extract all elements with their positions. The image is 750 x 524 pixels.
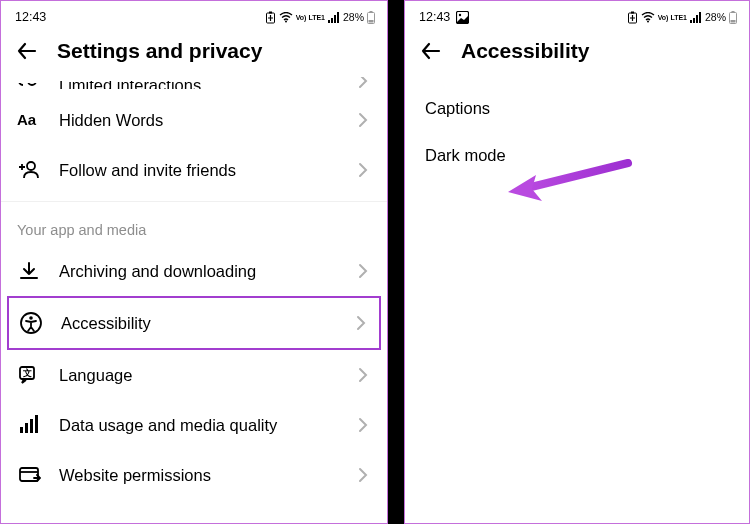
accessibility-item-dark-mode[interactable]: Dark mode bbox=[405, 132, 749, 179]
header-right: Accessibility bbox=[405, 29, 749, 77]
item-label: Dark mode bbox=[425, 146, 506, 164]
header-left: Settings and privacy bbox=[1, 29, 387, 77]
lte-label: Vo) LTE1 bbox=[296, 14, 325, 21]
settings-item-hidden-words[interactable]: Aa Hidden Words bbox=[1, 95, 387, 145]
svg-rect-9 bbox=[369, 20, 374, 23]
svg-rect-17 bbox=[20, 427, 23, 433]
follow-invite-icon bbox=[17, 158, 41, 182]
svg-rect-6 bbox=[337, 12, 339, 23]
settings-label: Website permissions bbox=[59, 466, 337, 485]
svg-point-10 bbox=[28, 83, 36, 85]
svg-text:Aa: Aa bbox=[17, 111, 37, 128]
settings-item-follow-invite[interactable]: Follow and invite friends bbox=[1, 145, 387, 195]
settings-item-archiving[interactable]: Archiving and downloading bbox=[1, 246, 387, 296]
svg-point-26 bbox=[647, 20, 649, 22]
battery-icon bbox=[729, 11, 737, 24]
accessibility-icon bbox=[19, 311, 43, 335]
website-permissions-icon bbox=[17, 463, 41, 487]
settings-label: Archiving and downloading bbox=[59, 262, 337, 281]
limited-icon bbox=[17, 79, 41, 89]
svg-text:文: 文 bbox=[22, 368, 32, 378]
svg-rect-27 bbox=[690, 20, 692, 23]
svg-point-12 bbox=[27, 162, 35, 170]
settings-item-website-permissions[interactable]: Website permissions bbox=[1, 450, 387, 500]
chevron-icon bbox=[353, 315, 369, 331]
svg-rect-3 bbox=[328, 20, 330, 23]
settings-label: Data usage and media quality bbox=[59, 416, 337, 435]
status-bar: 12:43 Vo) LTE1 28% bbox=[1, 1, 387, 29]
hidden-words-icon: Aa bbox=[17, 108, 41, 132]
svg-rect-20 bbox=[35, 415, 38, 433]
settings-label: Accessibility bbox=[61, 314, 335, 333]
back-icon[interactable] bbox=[419, 39, 443, 63]
svg-rect-5 bbox=[334, 15, 336, 23]
page-title: Accessibility bbox=[461, 39, 589, 63]
chevron-icon bbox=[355, 417, 371, 433]
settings-label: Hidden Words bbox=[59, 111, 337, 130]
divider bbox=[388, 0, 404, 524]
svg-rect-1 bbox=[269, 11, 272, 13]
svg-rect-8 bbox=[370, 11, 373, 13]
battery-pct: 28% bbox=[705, 11, 726, 23]
item-label: Captions bbox=[425, 99, 490, 117]
svg-rect-19 bbox=[30, 419, 33, 433]
settings-label: Follow and invite friends bbox=[59, 161, 337, 180]
status-icons: Vo) LTE1 28% bbox=[627, 11, 737, 24]
chevron-icon bbox=[355, 77, 371, 89]
svg-rect-4 bbox=[331, 18, 333, 23]
battery-icon bbox=[367, 11, 375, 24]
wifi-icon bbox=[641, 12, 655, 23]
section-label: Your app and media bbox=[1, 202, 387, 246]
svg-rect-28 bbox=[693, 18, 695, 23]
accessibility-item-captions[interactable]: Captions bbox=[405, 85, 749, 132]
chevron-icon bbox=[355, 112, 371, 128]
accessibility-list: Captions Dark mode bbox=[405, 77, 749, 187]
battery-saver-icon bbox=[627, 11, 638, 24]
chevron-icon bbox=[355, 263, 371, 279]
svg-point-2 bbox=[285, 20, 287, 22]
svg-rect-18 bbox=[25, 423, 28, 433]
settings-item-cutoff[interactable]: Limited interactions bbox=[1, 77, 387, 95]
signal-icon bbox=[690, 12, 702, 23]
archiving-icon bbox=[17, 259, 41, 283]
chevron-icon bbox=[355, 162, 371, 178]
status-icons: Vo) LTE1 28% bbox=[265, 11, 375, 24]
battery-pct: 28% bbox=[343, 11, 364, 23]
cutoff-label: Limited interactions bbox=[59, 81, 337, 89]
settings-item-accessibility[interactable]: Accessibility bbox=[7, 296, 381, 350]
settings-label: Language bbox=[59, 366, 337, 385]
lte-label: Vo) LTE1 bbox=[658, 14, 687, 21]
battery-saver-icon bbox=[265, 11, 276, 24]
svg-point-14 bbox=[29, 316, 33, 320]
svg-rect-25 bbox=[631, 11, 634, 13]
status-time: 12:43 bbox=[419, 10, 450, 24]
phone-left: 12:43 Vo) LTE1 28% Settings and privacy … bbox=[0, 0, 388, 524]
svg-rect-29 bbox=[696, 15, 698, 23]
phone-right: 12:43 Vo) LTE1 28% Accessibility Caption… bbox=[404, 0, 750, 524]
status-bar: 12:43 Vo) LTE1 28% bbox=[405, 1, 749, 29]
signal-icon bbox=[328, 12, 340, 23]
settings-item-language[interactable]: 文 Language bbox=[1, 350, 387, 400]
svg-rect-30 bbox=[699, 12, 701, 23]
page-title: Settings and privacy bbox=[57, 39, 262, 63]
chevron-icon bbox=[355, 467, 371, 483]
data-usage-icon bbox=[17, 413, 41, 437]
settings-item-data-usage[interactable]: Data usage and media quality bbox=[1, 400, 387, 450]
status-time: 12:43 bbox=[15, 10, 46, 24]
language-icon: 文 bbox=[17, 363, 41, 387]
wifi-icon bbox=[279, 12, 293, 23]
back-icon[interactable] bbox=[15, 39, 39, 63]
svg-rect-32 bbox=[732, 11, 735, 13]
svg-rect-21 bbox=[20, 468, 38, 481]
svg-rect-33 bbox=[731, 20, 736, 23]
svg-point-23 bbox=[459, 13, 461, 15]
picture-icon bbox=[456, 11, 469, 24]
chevron-icon bbox=[355, 367, 371, 383]
